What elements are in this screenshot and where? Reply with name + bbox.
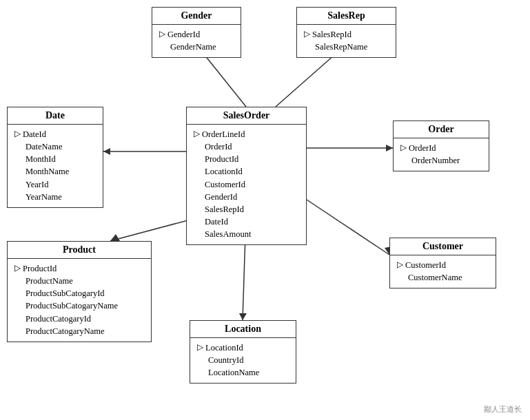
product-field-3: ProductSubCatogaryName bbox=[14, 300, 144, 312]
salesrep-pk-icon: ▷ bbox=[304, 28, 310, 40]
product-title: Product bbox=[8, 242, 151, 259]
svg-marker-5 bbox=[103, 148, 110, 155]
salesorder-field-2: ProductId bbox=[194, 153, 299, 165]
date-title: Date bbox=[8, 107, 103, 125]
customer-title: Customer bbox=[390, 238, 496, 255]
salesrep-entity: SalesRep ▷ SalesRepId SalesRepName bbox=[296, 7, 396, 58]
order-title: Order bbox=[394, 121, 489, 138]
location-field-0: ▷ LocationId bbox=[197, 342, 289, 354]
customer-field-0: ▷ CustomerId bbox=[397, 259, 489, 271]
product-field-2: ProductSubCatogaryId bbox=[14, 287, 144, 300]
salesorder-field-3: LocationId bbox=[194, 165, 299, 178]
salesorder-body: ▷ OrderLineId OrderId ProductId Location… bbox=[187, 125, 306, 244]
product-field-5: ProductCatogaryName bbox=[14, 325, 144, 337]
salesorder-pk-icon: ▷ bbox=[194, 128, 200, 140]
order-field-1: OrderNumber bbox=[400, 154, 482, 167]
order-field-0: ▷ OrderId bbox=[400, 142, 482, 154]
salesrep-field-1: SalesRepName bbox=[304, 41, 389, 53]
product-field-4: ProductCatogaryId bbox=[14, 313, 144, 325]
product-pk-icon: ▷ bbox=[14, 262, 21, 274]
diagram: Gender ▷ GenderId GenderName SalesRep ▷ … bbox=[0, 0, 530, 420]
location-body: ▷ LocationId CountryId LocationName bbox=[190, 338, 296, 383]
salesorder-entity: SalesOrder ▷ OrderLineId OrderId Product… bbox=[186, 107, 307, 245]
customer-body: ▷ CustomerId CustomerName bbox=[390, 255, 496, 288]
salesorder-field-5: GenderId bbox=[194, 191, 299, 203]
salesrep-body: ▷ SalesRepId SalesRepName bbox=[297, 25, 396, 57]
svg-marker-9 bbox=[110, 234, 120, 241]
order-entity: Order ▷ OrderId OrderNumber bbox=[393, 120, 489, 171]
location-title: Location bbox=[190, 321, 296, 338]
gender-entity: Gender ▷ GenderId GenderName bbox=[152, 7, 241, 58]
salesorder-field-1: OrderId bbox=[194, 140, 299, 153]
date-field-2: MonthId bbox=[14, 153, 96, 165]
location-entity: Location ▷ LocationId CountryId Location… bbox=[190, 320, 296, 384]
svg-line-10 bbox=[307, 200, 389, 255]
svg-marker-7 bbox=[386, 145, 393, 151]
location-field-1: CountryId bbox=[197, 354, 289, 366]
customer-pk-icon: ▷ bbox=[397, 259, 403, 271]
watermark: 鄙人王道长 bbox=[484, 404, 522, 414]
date-field-0: ▷ DateId bbox=[14, 128, 96, 140]
gender-title: Gender bbox=[152, 8, 241, 25]
product-field-0: ▷ ProductId bbox=[14, 262, 144, 275]
salesorder-field-8: SalesAmount bbox=[194, 228, 299, 240]
gender-body: ▷ GenderId GenderName bbox=[152, 25, 241, 57]
customer-entity: Customer ▷ CustomerId CustomerName bbox=[389, 238, 496, 288]
svg-marker-13 bbox=[239, 313, 247, 320]
date-field-5: YearName bbox=[14, 191, 96, 203]
salesorder-field-4: CustomerId bbox=[194, 178, 299, 191]
date-body: ▷ DateId DateName MonthId MonthName Year… bbox=[8, 125, 103, 207]
salesorder-field-0: ▷ OrderLineId bbox=[194, 128, 299, 140]
salesorder-title: SalesOrder bbox=[187, 107, 306, 125]
product-entity: Product ▷ ProductId ProductName ProductS… bbox=[7, 241, 152, 342]
date-pk-icon: ▷ bbox=[14, 128, 21, 140]
salesrep-title: SalesRep bbox=[297, 8, 396, 25]
customer-field-1: CustomerName bbox=[397, 271, 489, 284]
date-field-3: MonthName bbox=[14, 165, 96, 178]
gender-field-0: ▷ GenderId bbox=[159, 28, 234, 41]
location-field-2: LocationName bbox=[197, 366, 289, 379]
date-entity: Date ▷ DateId DateName MonthId MonthName… bbox=[7, 107, 103, 208]
product-body: ▷ ProductId ProductName ProductSubCatoga… bbox=[8, 259, 151, 342]
order-pk-icon: ▷ bbox=[400, 142, 407, 154]
salesorder-field-7: DateId bbox=[194, 216, 299, 228]
gender-pk-icon: ▷ bbox=[159, 28, 165, 40]
order-body: ▷ OrderId OrderNumber bbox=[394, 138, 489, 171]
date-field-4: YearId bbox=[14, 178, 96, 191]
salesorder-field-6: SalesRepId bbox=[194, 203, 299, 216]
location-pk-icon: ▷ bbox=[197, 342, 203, 353]
product-field-1: ProductName bbox=[14, 275, 144, 287]
salesrep-field-0: ▷ SalesRepId bbox=[304, 28, 389, 41]
gender-field-1: GenderName bbox=[159, 41, 234, 53]
date-field-1: DateName bbox=[14, 140, 96, 153]
